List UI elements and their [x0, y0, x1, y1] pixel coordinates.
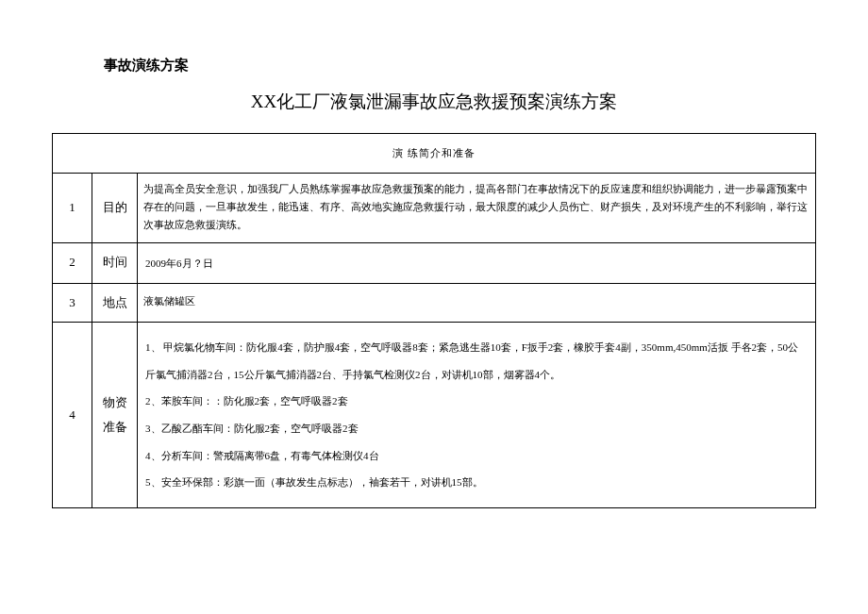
main-title: XX化工厂液氯泄漏事故应急救援预案演练方案 [52, 90, 816, 114]
section-header: 演 练简介和准备 [53, 134, 816, 174]
content-line: 4、分析车间：警戒隔离带6盘，有毒气体检测仪4台 [145, 442, 808, 470]
table-row: 2 时间 2009年6月？日 [53, 242, 816, 283]
table-section-header-row: 演 练简介和准备 [53, 134, 816, 174]
row-label: 目的 [92, 173, 138, 242]
table-row: 3 地点 液氯储罐区 [53, 283, 816, 323]
row-label: 时间 [92, 242, 138, 283]
row-label: 地点 [92, 283, 138, 323]
row-content: 1、 甲烷氯化物车间：防化服4套，防护服4套，空气呼吸器8套；紧急逃生器10套，… [138, 323, 816, 508]
row-number: 3 [53, 283, 92, 323]
table-row: 4 物资准备 1、 甲烷氯化物车间：防化服4套，防护服4套，空气呼吸器8套；紧急… [53, 323, 816, 508]
content-line: 2、苯胺车间：：防化服2套，空气呼吸器2套 [145, 388, 808, 415]
row-number: 1 [53, 173, 92, 242]
row-content: 2009年6月？日 [138, 242, 816, 283]
plan-table: 演 练简介和准备 1 目的 为提高全员安全意识，加强我厂人员熟练掌握事故应急救援… [52, 133, 816, 508]
content-line: 3、乙酸乙酯车间：防化服2套，空气呼吸器2套 [145, 415, 808, 442]
content-line: 1、 甲烷氯化物车间：防化服4套，防护服4套，空气呼吸器8套；紧急逃生器10套，… [145, 334, 808, 388]
row-content: 液氯储罐区 [138, 283, 816, 323]
row-label: 物资准备 [92, 323, 138, 508]
header-title: 事故演练方案 [104, 57, 816, 75]
row-number: 4 [53, 323, 92, 508]
table-row: 1 目的 为提高全员安全意识，加强我厂人员熟练掌握事故应急救援预案的能力，提高各… [53, 173, 816, 242]
row-content: 为提高全员安全意识，加强我厂人员熟练掌握事故应急救援预案的能力，提高各部门在事故… [138, 173, 816, 242]
row-number: 2 [53, 242, 92, 283]
content-line: 5、安全环保部：彩旗一面（事故发生点标志），袖套若干，对讲机15部。 [145, 469, 808, 496]
